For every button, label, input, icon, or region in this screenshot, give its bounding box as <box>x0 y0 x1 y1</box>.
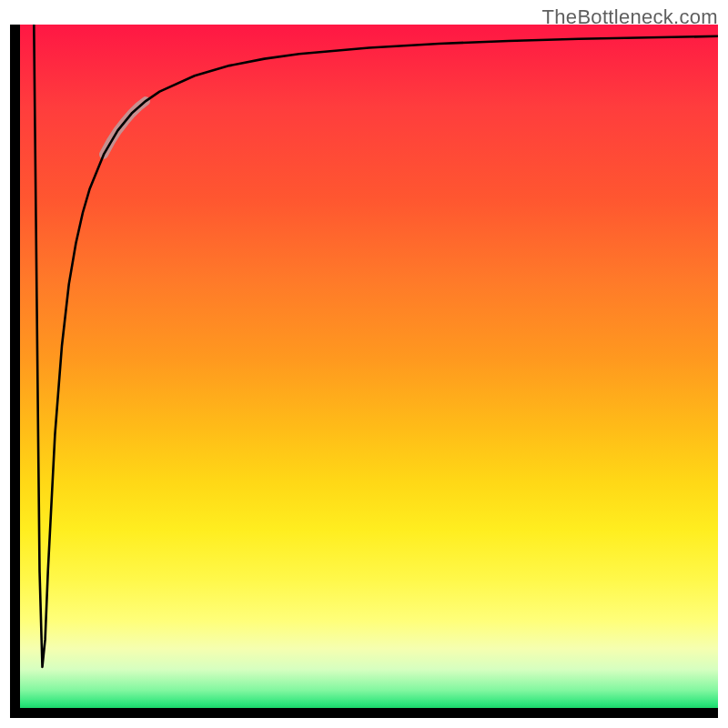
bottleneck-plot <box>10 25 718 718</box>
highlight-segment <box>104 101 146 155</box>
y-axis <box>10 25 20 718</box>
curve-layer <box>10 25 718 718</box>
x-axis <box>10 708 718 718</box>
bottleneck-curve <box>34 25 718 667</box>
watermark-text: TheBottleneck.com <box>542 5 718 29</box>
